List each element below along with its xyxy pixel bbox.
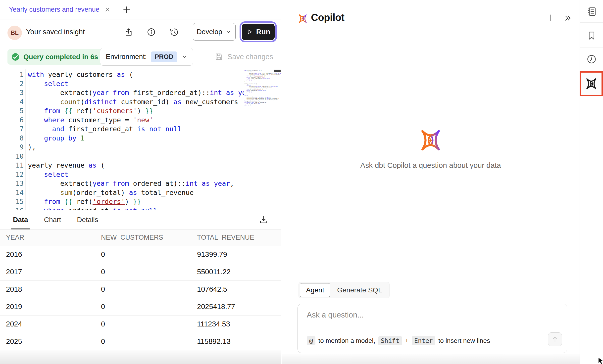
sidebar-divider xyxy=(580,47,603,47)
code-line: with yearly_customers as ( xyxy=(28,70,258,79)
sql-editor[interactable]: 12345678910111213141516 with yearly_cust… xyxy=(0,69,281,210)
info-icon[interactable] xyxy=(147,27,156,37)
table-row[interactable]: 2016091399.79 xyxy=(0,246,281,263)
history-clock-icon[interactable] xyxy=(580,54,603,65)
code-line: select xyxy=(28,170,258,179)
results-tab-chart[interactable]: Chart xyxy=(42,210,63,229)
editor-minimap[interactable]: with yearly_customers as ( select extrac… xyxy=(244,69,274,210)
copilot-icon xyxy=(585,77,598,91)
table-cell: 550011.22 xyxy=(197,268,281,276)
code-line: and first_ordered_at is not null xyxy=(28,125,258,134)
query-status-text: Query completed in 6s xyxy=(23,53,98,61)
code-line: extract(year from ordered_at)::int as ye… xyxy=(28,179,258,188)
results-panel: DataChartDetails YEARNEW_CUSTOMERSTOTAL_… xyxy=(0,210,281,364)
table-cell: 0 xyxy=(101,320,197,328)
table-row[interactable]: 20180107642.5 xyxy=(0,281,281,298)
table-row[interactable]: 20240111234.53 xyxy=(0,316,281,333)
shift-key-chip: Shift xyxy=(378,336,402,345)
chevron-down-icon xyxy=(225,29,232,35)
results-tab-details[interactable]: Details xyxy=(75,210,100,229)
copilot-tool-button-active[interactable] xyxy=(580,71,603,96)
code-line: count(distinct customer_id) as new_custo… xyxy=(28,97,258,107)
develop-dropdown[interactable]: Develop xyxy=(193,23,236,41)
mode-agent[interactable]: Agent xyxy=(300,283,330,297)
run-button[interactable]: Run xyxy=(242,24,275,40)
new-tab-button[interactable] xyxy=(122,0,131,19)
code-line: sum(order_total) as total_revenue xyxy=(28,188,258,197)
table-cell: 2018 xyxy=(6,285,101,293)
tab-bar: Yearly customers and revenue xyxy=(0,0,281,19)
line-number: 3 xyxy=(0,88,24,97)
copilot-question-input[interactable]: Ask a question... @ to mention a model, … xyxy=(298,304,567,353)
line-number: 7 xyxy=(0,125,24,134)
question-placeholder: Ask a question... xyxy=(307,311,364,319)
environment-select[interactable]: Environment: PROD xyxy=(100,48,193,66)
line-number: 1 xyxy=(0,70,24,79)
input-hint: @ to mention a model, Shift + Enter to i… xyxy=(307,336,490,345)
editor-scrollbar[interactable] xyxy=(274,70,281,72)
dbt-copilot-logo-icon xyxy=(298,13,308,24)
code-line: group by 1 xyxy=(28,134,258,143)
code-line: where customer_type = 'new' xyxy=(28,116,258,125)
panel-bottom-shade xyxy=(282,354,580,364)
column-header: NEW_CUSTOMERS xyxy=(101,234,197,241)
line-number: 16 xyxy=(0,206,24,210)
table-cell: 2025418.77 xyxy=(197,303,281,311)
results-tab-data[interactable]: Data xyxy=(11,210,30,229)
table-cell: 2017 xyxy=(6,268,101,276)
share-icon[interactable] xyxy=(124,27,133,37)
code-line xyxy=(28,152,258,161)
arrow-up-icon xyxy=(552,336,558,343)
environment-value-chip: PROD xyxy=(151,51,177,62)
run-label: Run xyxy=(256,28,270,36)
new-chat-icon[interactable] xyxy=(546,13,556,23)
table-row[interactable]: 20250115892.13 xyxy=(0,333,281,350)
column-header: YEAR xyxy=(6,234,101,241)
minimap-code: with yearly_customers as ( select extrac… xyxy=(244,69,274,106)
bookmark-icon[interactable] xyxy=(580,30,603,41)
code-line: ), xyxy=(28,143,258,152)
history-icon[interactable] xyxy=(169,27,179,37)
copilot-mode-switcher: AgentGenerate SQL xyxy=(299,282,390,298)
table-body: 2016091399.7920170550011.2220180107642.5… xyxy=(0,246,281,350)
line-number: 12 xyxy=(0,170,24,179)
table-row[interactable]: 201902025418.77 xyxy=(0,298,281,316)
dbt-copilot-logo xyxy=(418,128,443,153)
tab-title: Yearly customers and revenue xyxy=(9,6,100,13)
line-number: 14 xyxy=(0,188,24,197)
table-row[interactable]: 20170550011.22 xyxy=(0,263,281,281)
mode-generate-sql[interactable]: Generate SQL xyxy=(331,283,388,297)
line-number: 10 xyxy=(0,152,24,161)
table-cell: 0 xyxy=(101,250,197,259)
line-number: 5 xyxy=(0,106,24,116)
insight-title: Your saved insight xyxy=(26,19,85,44)
sql-code: with yearly_customers as ( select extrac… xyxy=(28,70,258,210)
copilot-panel: Copilot Ask dbt Copilot a question about… xyxy=(282,0,580,364)
copilot-header: Copilot xyxy=(282,0,580,32)
enter-key-chip: Enter xyxy=(412,336,435,345)
save-changes-button[interactable]: Save changes xyxy=(214,50,273,64)
table-cell: 2019 xyxy=(6,303,101,311)
table-cell: 2016 xyxy=(6,250,101,259)
insight-header: BL Your saved insight Develop Run xyxy=(0,19,281,44)
collapse-panel-icon[interactable] xyxy=(564,14,572,22)
copilot-empty-text: Ask dbt Copilot a question about your da… xyxy=(282,161,580,170)
column-header: TOTAL_REVENUE xyxy=(197,234,281,241)
download-icon[interactable] xyxy=(259,215,269,225)
line-number: 15 xyxy=(0,197,24,206)
table-header-row: YEARNEW_CUSTOMERSTOTAL_REVENUE xyxy=(0,229,281,246)
save-icon xyxy=(214,52,223,61)
play-icon xyxy=(246,29,253,35)
tab-close-icon[interactable] xyxy=(104,6,111,13)
send-question-button[interactable] xyxy=(548,332,562,346)
tab-yearly-customers[interactable]: Yearly customers and revenue xyxy=(0,0,116,19)
line-number: 8 xyxy=(0,134,24,143)
catalog-notebook-icon[interactable] xyxy=(580,6,603,17)
avatar: BL xyxy=(7,26,22,40)
table-cell: 107642.5 xyxy=(197,285,281,293)
hint-newlines-text: to insert new lines xyxy=(438,337,490,345)
code-line: select xyxy=(28,79,258,89)
code-line: yearly_revenue as ( xyxy=(28,161,258,170)
insight-panel: Yearly customers and revenue BL Your sav… xyxy=(0,0,281,364)
table-cell: 0 xyxy=(101,303,197,311)
